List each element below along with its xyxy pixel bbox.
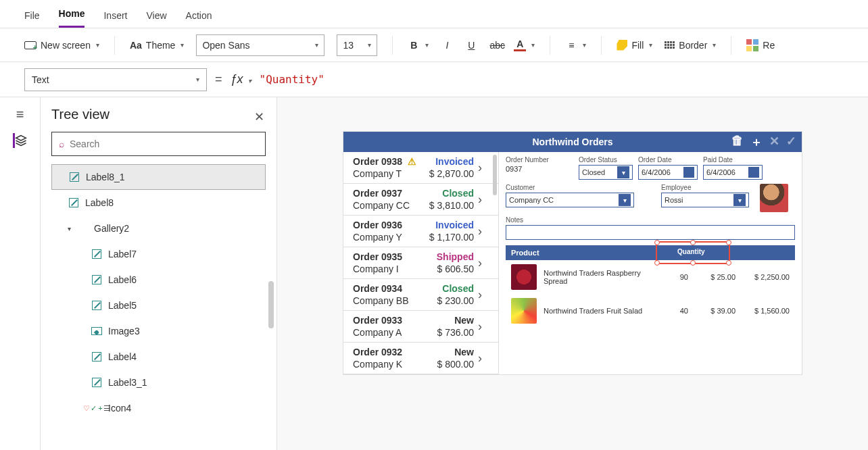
tree-item-Label3_1[interactable]: Label3_1 bbox=[51, 370, 266, 395]
label-icon bbox=[68, 197, 80, 209]
canvas-app: Northwind Orders 🗑 ＋ ✕ ✓ Order 0938 ⚠Inv… bbox=[343, 131, 802, 375]
tree-view-title: Tree view bbox=[51, 107, 266, 122]
tree-item-Label6[interactable]: Label6 bbox=[51, 267, 266, 293]
align-button[interactable]: ≡▾ bbox=[565, 40, 586, 51]
tree-item-Gallery2[interactable]: ▾Gallery2 bbox=[51, 216, 266, 241]
order-status: Closed bbox=[437, 283, 475, 294]
product-total: $ 2,250.00 bbox=[742, 273, 790, 281]
orders-list[interactable]: Order 0938 ⚠Invoiced›Company T$ 2,870.00… bbox=[343, 152, 499, 374]
italic-button[interactable]: I bbox=[441, 40, 453, 51]
order-row[interactable]: Order 0932New›Company K$ 800.00 bbox=[343, 343, 498, 374]
product-row[interactable]: Northwind Traders Fruit Salad40$ 39.00$ … bbox=[506, 294, 795, 328]
left-rail: ≡ bbox=[0, 97, 41, 450]
plus-icon[interactable]: ＋ bbox=[750, 134, 763, 150]
tree-item-label: Label4 bbox=[108, 351, 137, 362]
font-select[interactable]: Open Sans ▾ bbox=[196, 34, 324, 56]
employee-avatar bbox=[760, 184, 788, 212]
tree-item-Label4[interactable]: Label4 bbox=[51, 344, 266, 370]
tree-item-Icon4[interactable]: ♡✓+☰Icon4 bbox=[51, 395, 266, 421]
order-row[interactable]: Order 0933New›Company A$ 736.00 bbox=[343, 311, 498, 343]
property-select[interactable]: Text ▾ bbox=[24, 68, 207, 91]
tree-item-Label8_1[interactable]: Label8_1 bbox=[51, 164, 266, 190]
chevron-right-icon: › bbox=[478, 193, 489, 207]
check-icon[interactable]: ✓ bbox=[786, 134, 796, 150]
tree-search-input[interactable] bbox=[70, 139, 258, 149]
order-status: New bbox=[437, 315, 475, 326]
order-amount: $ 800.00 bbox=[437, 359, 475, 370]
order-row[interactable]: Order 0938 ⚠Invoiced›Company T$ 2,870.00 bbox=[343, 152, 498, 184]
hamburger-icon[interactable]: ≡ bbox=[16, 107, 24, 122]
menu-action[interactable]: Action bbox=[186, 10, 212, 28]
tree-item-Label7[interactable]: Label7 bbox=[51, 241, 266, 267]
employee-select[interactable]: Rossi▾ bbox=[661, 193, 749, 207]
chevron-down-icon: ▾ bbox=[649, 41, 652, 49]
orders-scrollbar[interactable] bbox=[493, 155, 497, 195]
product-total: $ 1,560.00 bbox=[742, 307, 790, 315]
fx-icon[interactable]: ƒx ▾ bbox=[231, 72, 251, 86]
menu-home[interactable]: Home bbox=[59, 8, 85, 28]
tree-view-rail-icon[interactable] bbox=[13, 133, 28, 148]
quantity-label-selection[interactable]: Quantity bbox=[656, 241, 730, 264]
menu-view[interactable]: View bbox=[146, 10, 166, 28]
paid-date-input[interactable]: 6/4/2006 bbox=[703, 165, 763, 180]
warning-icon: ⚠ bbox=[408, 156, 416, 167]
order-status-select[interactable]: Closed▾ bbox=[579, 165, 633, 180]
theme-icon: Aa bbox=[130, 40, 142, 51]
notes-input[interactable] bbox=[506, 225, 795, 240]
fill-button[interactable]: Fill▾ bbox=[617, 40, 652, 51]
property-value: Text bbox=[32, 74, 49, 85]
order-amount: $ 3,810.00 bbox=[429, 200, 474, 211]
product-header: Product Quantity bbox=[506, 245, 795, 260]
font-size-value: 13 bbox=[343, 40, 366, 51]
product-header-label: Product bbox=[511, 249, 539, 257]
order-number: Order 0935 bbox=[353, 251, 433, 262]
customer-select[interactable]: Company CC▾ bbox=[506, 193, 634, 207]
tree-item-Image3[interactable]: Image3 bbox=[51, 318, 266, 344]
fill-label: Fill bbox=[631, 40, 644, 51]
font-size-select[interactable]: 13 ▾ bbox=[337, 34, 377, 56]
order-number: Order 0937 bbox=[353, 188, 425, 199]
label-icon bbox=[68, 171, 80, 183]
chevron-down-icon: ▾ bbox=[531, 41, 535, 49]
canvas-area[interactable]: Northwind Orders 🗑 ＋ ✕ ✓ Order 0938 ⚠Inv… bbox=[277, 97, 868, 450]
close-icon[interactable]: ✕ bbox=[769, 134, 779, 150]
quantity-header-label: Quantity bbox=[677, 248, 705, 255]
label-icon bbox=[91, 299, 103, 311]
strike-button[interactable]: abc bbox=[489, 40, 502, 51]
tree-item-Label5[interactable]: Label5 bbox=[51, 293, 266, 318]
new-screen-button[interactable]: New screen ▾ bbox=[24, 40, 99, 51]
order-row[interactable]: Order 0935Shipped›Company I$ 606.50 bbox=[343, 247, 498, 279]
underline-button[interactable]: U bbox=[465, 40, 477, 51]
chevron-right-icon: › bbox=[478, 256, 489, 270]
bold-button[interactable]: B▾ bbox=[408, 40, 429, 51]
tree-item-Label8[interactable]: Label8 bbox=[51, 190, 266, 216]
order-row[interactable]: Order 0934Closed›Company BB$ 230.00 bbox=[343, 279, 498, 311]
product-row[interactable]: Northwind Traders Raspberry Spread90$ 25… bbox=[506, 260, 795, 294]
fill-icon bbox=[617, 40, 627, 51]
tree-search[interactable]: ⌕ bbox=[51, 132, 266, 156]
order-amount: $ 1,170.00 bbox=[429, 232, 474, 243]
app-title-bar: Northwind Orders 🗑 ＋ ✕ ✓ bbox=[343, 132, 802, 152]
chevron-right-icon: › bbox=[478, 224, 489, 239]
order-row[interactable]: Order 0936Invoiced›Company Y$ 1,170.00 bbox=[343, 216, 498, 247]
chevron-right-icon: › bbox=[478, 288, 489, 302]
close-icon[interactable]: ✕ bbox=[254, 109, 264, 124]
order-amount: $ 606.50 bbox=[437, 264, 474, 274]
tree-list: Label8_1Label8▾Gallery2Label7Label6Label… bbox=[51, 164, 266, 421]
formula-input[interactable]: "Quantity" bbox=[260, 73, 324, 86]
tree-view-panel: Tree view ✕ ⌕ Label8_1Label8▾Gallery2Lab… bbox=[41, 97, 277, 450]
gallery-icon bbox=[76, 222, 89, 234]
reorder-button[interactable]: Re bbox=[746, 39, 775, 51]
product-name: Northwind Traders Fruit Salad bbox=[544, 307, 654, 315]
order-date-input[interactable]: 6/4/2006 bbox=[638, 165, 698, 180]
reorder-icon bbox=[746, 39, 758, 51]
trash-icon[interactable]: 🗑 bbox=[731, 134, 744, 150]
menu-file[interactable]: File bbox=[24, 10, 40, 28]
tree-scrollbar[interactable] bbox=[268, 281, 274, 328]
order-row[interactable]: Order 0937Closed›Company CC$ 3,810.00 bbox=[343, 184, 498, 216]
chevron-down-icon: ▾ bbox=[619, 194, 631, 206]
menu-insert[interactable]: Insert bbox=[103, 10, 127, 28]
border-button[interactable]: Border▾ bbox=[665, 40, 716, 51]
font-color-button[interactable]: A▾ bbox=[514, 39, 535, 51]
theme-button[interactable]: Aa Theme ▾ bbox=[130, 40, 184, 51]
